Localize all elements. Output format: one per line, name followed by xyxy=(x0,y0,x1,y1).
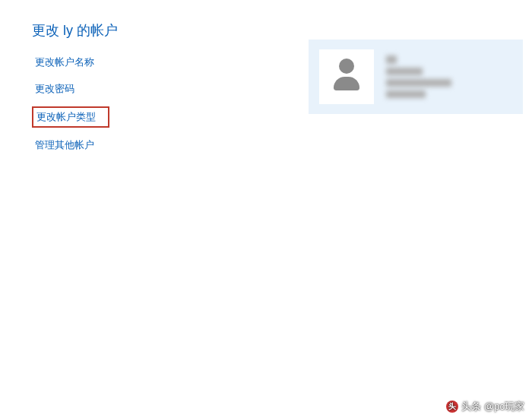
avatar xyxy=(319,49,374,104)
link-change-password[interactable]: 更改密码 xyxy=(32,80,78,98)
action-links: 更改帐户名称 更改密码 更改帐户类型 管理其他帐户 xyxy=(32,53,306,154)
watermark-icon: 头 xyxy=(446,401,458,413)
watermark: 头 头条 @pc玩家 xyxy=(446,400,524,413)
account-card[interactable] xyxy=(309,40,523,114)
link-change-account-type[interactable]: 更改帐户类型 xyxy=(32,106,109,128)
watermark-text: 头条 @pc玩家 xyxy=(461,400,524,413)
account-username xyxy=(386,55,397,64)
page-title: 更改 ly 的帐户 xyxy=(32,21,306,40)
link-change-account-name[interactable]: 更改帐户名称 xyxy=(32,53,97,71)
account-detail xyxy=(386,90,426,98)
account-info xyxy=(386,55,451,98)
user-icon xyxy=(328,59,365,95)
account-detail xyxy=(386,79,451,87)
account-detail xyxy=(386,68,423,75)
link-manage-other-accounts[interactable]: 管理其他帐户 xyxy=(32,136,97,154)
